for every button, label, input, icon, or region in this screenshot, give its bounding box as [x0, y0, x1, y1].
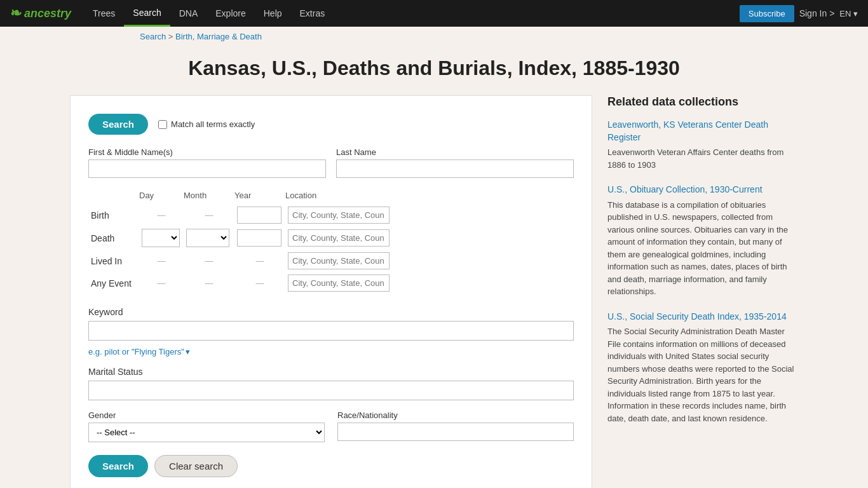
livedin-day-dash: — [139, 250, 184, 272]
keyword-section: Keyword [88, 307, 574, 341]
anyevent-month-dash: — [184, 272, 234, 294]
event-death-row: Death [88, 226, 574, 250]
birth-day-dash: — [139, 204, 184, 226]
event-livedin-label: Lived In [88, 250, 139, 272]
event-birth-label: Birth [88, 204, 139, 226]
col-header-event [88, 191, 139, 204]
related-desc-1: This database is a compilation of obitua… [607, 199, 798, 298]
birth-location-input[interactable] [288, 207, 390, 224]
keyword-hint[interactable]: e.g. pilot or "Flying Tigers" ▾ [88, 347, 190, 356]
last-name-label: Last Name [336, 147, 574, 157]
sidebar: Related data collections Leavenworth, KS… [607, 95, 798, 437]
race-group: Race/Nationality [337, 410, 574, 442]
nav-extras[interactable]: Extras [291, 0, 334, 27]
related-link-0[interactable]: Leavenworth, KS Veterans Center Death Re… [607, 119, 768, 142]
livedin-month-dash: — [184, 250, 234, 272]
breadcrumb-search[interactable]: Search [140, 32, 166, 41]
anyevent-day-dash: — [139, 272, 184, 294]
match-label: Match all terms exactly [171, 119, 255, 129]
nav-explore[interactable]: Explore [207, 0, 254, 27]
match-checkbox[interactable] [158, 120, 167, 129]
keyword-input[interactable] [88, 321, 574, 341]
clear-button[interactable]: Clear search [154, 455, 238, 477]
race-label: Race/Nationality [337, 410, 574, 420]
first-name-label: First & Middle Name(s) [88, 147, 326, 157]
related-item-2: U.S., Social Security Death Index, 1935-… [607, 311, 798, 425]
gender-select[interactable]: -- Select -- Male Female [88, 423, 325, 442]
marital-section: Marital Status [88, 367, 574, 400]
search-bottom-button[interactable]: Search [88, 455, 148, 477]
navbar: ❧ ancestry Trees Search DNA Explore Help… [0, 0, 868, 27]
marital-label: Marital Status [88, 367, 574, 377]
nav-right: Subscribe Sign In > EN ▾ [740, 5, 858, 22]
page-title: Kansas, U.S., Deaths and Burials, Index,… [0, 46, 868, 95]
event-anyevent-label: Any Event [88, 272, 139, 294]
related-item-0: Leavenworth, KS Veterans Center Death Re… [607, 119, 798, 171]
logo[interactable]: ❧ ancestry [10, 5, 71, 22]
related-link-2[interactable]: U.S., Social Security Death Index, 1935-… [607, 311, 787, 322]
nav-search[interactable]: Search [124, 0, 170, 27]
breadcrumb-section[interactable]: Birth, Marriage & Death [175, 32, 262, 41]
signin-link[interactable]: Sign In > [799, 8, 835, 18]
first-name-input[interactable] [88, 159, 326, 178]
col-header-location: Location [285, 191, 574, 204]
livedin-year-dash: — [234, 250, 285, 272]
nav-trees[interactable]: Trees [84, 0, 124, 27]
event-birth-row: Birth — — [88, 204, 574, 226]
death-month-select[interactable] [186, 229, 229, 247]
keyword-hint-arrow: ▾ [186, 347, 190, 356]
nav-links: Trees Search DNA Explore Help Extras [84, 0, 740, 27]
logo-text: ancestry [24, 7, 71, 20]
related-desc-0: Leavenworth Veteran Affairs Center death… [607, 146, 798, 171]
birth-year-input[interactable] [237, 207, 281, 224]
keyword-label: Keyword [88, 307, 574, 317]
match-checkbox-row: Match all terms exactly [158, 119, 255, 129]
nav-dna[interactable]: DNA [170, 0, 207, 27]
related-desc-2: The Social Security Administration Death… [607, 325, 798, 424]
event-death-label: Death [88, 226, 139, 250]
keyword-hint-text: e.g. pilot or "Flying Tigers" [88, 347, 184, 356]
logo-icon: ❧ [10, 5, 22, 22]
event-anyevent-row: Any Event — — — [88, 272, 574, 294]
birth-month-dash: — [184, 204, 234, 226]
col-header-day: Day [139, 191, 184, 204]
death-year-input[interactable] [237, 229, 281, 247]
col-header-month: Month [184, 191, 234, 204]
first-name-group: First & Middle Name(s) [88, 147, 326, 178]
race-input[interactable] [337, 423, 574, 441]
search-top-button[interactable]: Search [88, 114, 148, 135]
event-livedin-row: Lived In — — — [88, 250, 574, 272]
subscribe-button[interactable]: Subscribe [740, 5, 794, 22]
main-layout: Search Match all terms exactly First & M… [0, 95, 868, 488]
gender-label: Gender [88, 410, 325, 420]
anyevent-location-input[interactable] [288, 274, 390, 292]
breadcrumb-separator: > [168, 32, 175, 41]
death-location-input[interactable] [288, 229, 390, 247]
gender-group: Gender -- Select -- Male Female [88, 410, 325, 442]
col-header-year: Year [234, 191, 285, 204]
form-top-row: Search Match all terms exactly [88, 114, 574, 135]
name-row: First & Middle Name(s) Last Name [88, 147, 574, 178]
gender-race-row: Gender -- Select -- Male Female Race/Nat… [88, 410, 574, 442]
last-name-input[interactable] [336, 159, 574, 178]
related-item-1: U.S., Obituary Collection, 1930-Current … [607, 184, 798, 298]
marital-input[interactable] [88, 381, 574, 400]
bottom-buttons: Search Clear search [88, 455, 574, 477]
livedin-location-input[interactable] [288, 252, 390, 269]
related-link-1[interactable]: U.S., Obituary Collection, 1930-Current [607, 184, 763, 194]
search-form: Search Match all terms exactly First & M… [70, 95, 592, 488]
event-table: Day Month Year Location Birth — — Death [88, 191, 574, 294]
sidebar-title: Related data collections [607, 95, 798, 109]
nav-help[interactable]: Help [255, 0, 291, 27]
death-day-select[interactable] [142, 229, 180, 247]
language-selector[interactable]: EN ▾ [839, 9, 858, 18]
anyevent-year-dash: — [234, 272, 285, 294]
breadcrumb: Search > Birth, Marriage & Death [0, 27, 868, 46]
last-name-group: Last Name [336, 147, 574, 178]
